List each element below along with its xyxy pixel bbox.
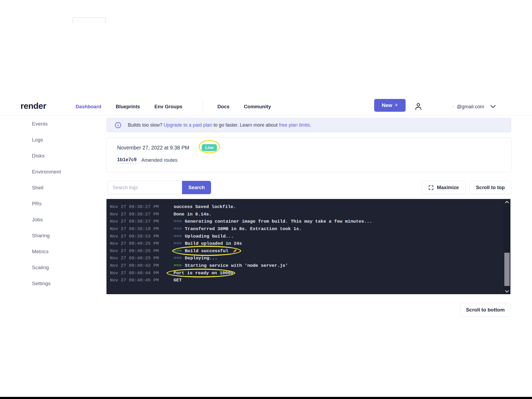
log-timestamp: Nov 27 09:38:27 PM	[110, 219, 174, 224]
sidebar-item-environment[interactable]: Environment	[32, 164, 90, 180]
sidebar-item-shell[interactable]: Shell	[32, 180, 90, 196]
deploy-date: November 27, 2022 at 9:38 PM	[117, 145, 189, 151]
log-search-group: Search	[108, 181, 211, 194]
live-badge-label: Live	[205, 145, 213, 150]
log-timestamp: Nov 27 09:40:25 PM	[110, 256, 174, 261]
info-icon	[115, 122, 121, 128]
log-line: Nov 27 09:40:44 PMPort is ready on 10000	[110, 269, 510, 277]
account-email: @gmail.com	[457, 104, 484, 110]
log-lines: Nov 27 09:38:27 PMsuccess Saved lockfile…	[110, 203, 510, 284]
scrollbar-down-icon[interactable]	[504, 288, 510, 294]
nav-secondary-group: DocsCommunity	[217, 98, 271, 115]
log-line: Nov 27 09:40:42 PM==>Starting service wi…	[110, 262, 510, 269]
log-arrow: ==>	[174, 263, 182, 268]
log-timestamp: Nov 27 09:38:27 PM	[110, 212, 174, 217]
log-message: Port is ready on 10000	[174, 271, 233, 276]
scroll-to-bottom-button[interactable]: Scroll to bottom	[460, 303, 510, 317]
log-arrow: ==>	[174, 226, 182, 231]
nav-primary-group: DashboardBlueprintsEnv Groups	[76, 98, 182, 115]
rocket-icon	[232, 248, 237, 253]
log-line: Nov 27 09:38:18 PM==>Transferred 38MB in…	[110, 225, 510, 233]
nav-item-docs[interactable]: Docs	[217, 104, 229, 110]
free-plan-banner: Builds too slow? Upgrade to a paid plan …	[106, 118, 511, 132]
commit-hash-link[interactable]: 1b1e7c9	[117, 157, 137, 164]
logs-toolbar: Search Maximize Scroll to top	[106, 181, 511, 194]
service-sidebar: EventsLogsDisksEnvironmentShellPRsJobsSh…	[32, 116, 90, 292]
log-line: Nov 27 09:38:27 PMDone in 8.14s.	[110, 211, 510, 218]
log-line: Nov 27 09:40:25 PM==>Build uploaded in 2…	[110, 240, 510, 247]
log-message: Deploying...	[185, 256, 217, 261]
log-arrow: ==>	[174, 241, 182, 246]
log-terminal: Nov 27 09:38:27 PMsuccess Saved lockfile…	[106, 199, 510, 294]
new-button[interactable]: New +	[374, 99, 406, 112]
sidebar-item-prs[interactable]: PRs	[32, 196, 90, 212]
plus-icon: +	[395, 102, 398, 109]
sidebar-item-disks[interactable]: Disks	[32, 148, 90, 164]
search-logs-input[interactable]	[108, 181, 182, 194]
sidebar-item-settings[interactable]: Settings	[32, 276, 90, 292]
log-line: Nov 27 09:38:27 PMsuccess Saved lockfile…	[110, 203, 510, 211]
log-message: Uploading build...	[185, 234, 234, 239]
scrollbar-up-icon[interactable]	[504, 199, 510, 205]
bottom-row: Scroll to bottom	[106, 303, 511, 317]
nav-divider	[203, 101, 203, 112]
render-logo[interactable]: render	[20, 101, 46, 111]
active-tab-indicator	[72, 17, 106, 23]
commit-message: Amended routes	[141, 157, 178, 163]
log-message: Generating container image from build. T…	[185, 219, 372, 224]
log-line: Nov 27 09:40:25 PM==>Build successful	[110, 247, 510, 255]
nav-item-dashboard[interactable]: Dashboard	[76, 104, 101, 110]
free-plan-limits-link[interactable]: free plan limits	[279, 122, 310, 128]
log-timestamp: Nov 27 09:39:53 PM	[110, 234, 174, 239]
deploy-date-row: November 27, 2022 at 9:38 PM Live	[117, 144, 512, 151]
log-arrow: ==>	[174, 234, 182, 239]
sidebar-item-metrics[interactable]: Metrics	[32, 244, 90, 260]
nav-item-blueprints[interactable]: Blueprints	[116, 104, 140, 110]
log-message: Done in 8.14s.	[174, 212, 212, 217]
maximize-icon	[428, 185, 434, 190]
nav-item-community[interactable]: Community	[244, 104, 271, 110]
account-menu[interactable]: · @gmail.com	[452, 98, 496, 115]
log-timestamp: Nov 27 09:38:18 PM	[110, 226, 174, 231]
sidebar-item-scaling[interactable]: Scaling	[32, 260, 90, 276]
banner-text-mid: to go faster. Learn more about	[212, 122, 279, 128]
log-timestamp: Nov 27 09:40:25 PM	[110, 248, 174, 253]
log-message: Build successful	[185, 248, 228, 253]
log-message: Starting service with 'node server.js'	[185, 263, 288, 268]
log-arrow: ==>	[174, 256, 182, 261]
chevron-down-icon[interactable]	[490, 104, 496, 109]
nav-item-env-groups[interactable]: Env Groups	[154, 104, 182, 110]
sidebar-item-logs[interactable]: Logs	[32, 132, 90, 148]
new-button-label: New	[382, 102, 392, 108]
annotated-log-segment: Build successful	[185, 248, 237, 253]
search-button[interactable]: Search	[182, 181, 211, 194]
email-bullet: ·	[452, 104, 454, 109]
log-arrow: ==>	[174, 219, 182, 224]
sidebar-item-sharing[interactable]: Sharing	[32, 228, 90, 244]
main-content: Builds too slow? Upgrade to a paid plan …	[106, 115, 511, 317]
log-timestamp: Nov 27 09:40:42 PM	[110, 263, 174, 268]
sidebar-item-events[interactable]: Events	[32, 116, 90, 132]
log-message: GET	[174, 278, 182, 283]
log-message: Transferred 38MB in 8s. Extraction took …	[185, 226, 302, 231]
maximize-label: Maximize	[437, 185, 459, 190]
terminal-scrollbar[interactable]	[504, 199, 510, 294]
scroll-to-top-button[interactable]: Scroll to top	[469, 181, 511, 194]
live-status-badge: Live	[202, 144, 217, 151]
maximize-button[interactable]: Maximize	[422, 181, 465, 194]
log-line: Nov 27 09:40:25 PM==>Deploying...	[110, 255, 510, 262]
banner-text: Builds too slow? Upgrade to a paid plan …	[128, 122, 311, 128]
user-avatar-icon[interactable]	[413, 102, 423, 112]
log-line: Nov 27 09:38:27 PM==>Generating containe…	[110, 218, 510, 225]
annotated-log-segment: Port is ready on 10000	[174, 271, 233, 276]
log-timestamp: Nov 27 09:40:44 PM	[110, 271, 174, 276]
log-line: Nov 27 09:39:53 PM==>Uploading build...	[110, 232, 510, 240]
scrollbar-thumb[interactable]	[504, 253, 510, 286]
upgrade-plan-link[interactable]: Upgrade to a paid plan	[164, 122, 212, 128]
banner-text-post: .	[310, 122, 311, 128]
log-message: Build uploaded in 24s	[185, 241, 242, 246]
log-timestamp: Nov 27 09:40:45 PM	[110, 278, 174, 283]
sidebar-item-jobs[interactable]: Jobs	[32, 212, 90, 228]
log-message: success Saved lockfile.	[174, 204, 236, 209]
page: render DashboardBlueprintsEnv Groups Doc…	[0, 0, 532, 399]
